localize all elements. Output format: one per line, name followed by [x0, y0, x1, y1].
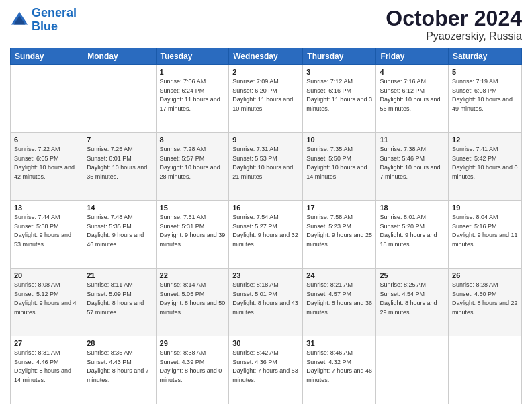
calendar-week-2: 13Sunrise: 7:44 AMSunset: 5:38 PMDayligh… [11, 201, 522, 269]
calendar-week-0: 1Sunrise: 7:06 AMSunset: 6:24 PMDaylight… [11, 65, 522, 133]
header: General Blue October 2024 Pyaozerskiy, R… [10, 7, 522, 42]
logo-blue: Blue [32, 19, 58, 33]
calendar-cell: 27Sunrise: 8:31 AMSunset: 4:46 PMDayligh… [11, 336, 83, 404]
day-info: Sunrise: 7:48 AMSunset: 5:35 PMDaylight:… [87, 213, 152, 249]
day-number: 24 [306, 271, 372, 279]
weekday-header-thursday: Thursday [303, 48, 376, 65]
day-number: 5 [452, 68, 518, 76]
day-info: Sunrise: 7:38 AMSunset: 5:46 PMDaylight:… [380, 145, 445, 181]
day-number: 12 [452, 136, 518, 144]
day-info: Sunrise: 8:11 AMSunset: 5:09 PMDaylight:… [87, 281, 152, 317]
day-info: Sunrise: 8:18 AMSunset: 5:01 PMDaylight:… [232, 281, 299, 317]
calendar-cell: 4Sunrise: 7:16 AMSunset: 6:12 PMDaylight… [376, 65, 449, 133]
calendar-cell: 15Sunrise: 7:51 AMSunset: 5:31 PMDayligh… [156, 201, 229, 269]
title-block: October 2024 Pyaozerskiy, Russia [386, 7, 522, 42]
calendar-cell: 3Sunrise: 7:12 AMSunset: 6:16 PMDaylight… [303, 65, 376, 133]
calendar-cell: 13Sunrise: 7:44 AMSunset: 5:38 PMDayligh… [11, 201, 83, 269]
day-number: 15 [160, 203, 226, 212]
calendar-cell: 30Sunrise: 8:42 AMSunset: 4:36 PMDayligh… [229, 336, 303, 404]
day-info: Sunrise: 7:51 AMSunset: 5:31 PMDaylight:… [160, 213, 226, 249]
calendar-cell: 12Sunrise: 7:41 AMSunset: 5:42 PMDayligh… [449, 133, 522, 201]
weekday-header-monday: Monday [83, 48, 156, 65]
day-number: 6 [14, 136, 79, 144]
calendar-cell: 5Sunrise: 7:19 AMSunset: 6:08 PMDaylight… [449, 65, 522, 133]
calendar-cell: 23Sunrise: 8:18 AMSunset: 5:01 PMDayligh… [229, 269, 303, 336]
calendar-table: SundayMondayTuesdayWednesdayThursdayFrid… [10, 48, 522, 404]
day-info: Sunrise: 7:31 AMSunset: 5:53 PMDaylight:… [232, 145, 299, 181]
day-info: Sunrise: 8:31 AMSunset: 4:46 PMDaylight:… [14, 349, 79, 385]
day-info: Sunrise: 8:35 AMSunset: 4:43 PMDaylight:… [87, 349, 152, 385]
day-info: Sunrise: 7:58 AMSunset: 5:23 PMDaylight:… [306, 213, 372, 249]
day-info: Sunrise: 8:01 AMSunset: 5:20 PMDaylight:… [380, 213, 445, 249]
calendar-cell: 16Sunrise: 7:54 AMSunset: 5:27 PMDayligh… [229, 201, 303, 269]
calendar-cell: 21Sunrise: 8:11 AMSunset: 5:09 PMDayligh… [83, 269, 156, 336]
day-info: Sunrise: 8:38 AMSunset: 4:39 PMDaylight:… [160, 349, 226, 385]
weekday-header-friday: Friday [376, 48, 449, 65]
day-info: Sunrise: 7:41 AMSunset: 5:42 PMDaylight:… [452, 145, 518, 181]
day-number: 17 [306, 203, 372, 212]
weekday-header-sunday: Sunday [11, 48, 83, 65]
day-info: Sunrise: 8:04 AMSunset: 5:16 PMDaylight:… [452, 213, 518, 249]
day-info: Sunrise: 7:09 AMSunset: 6:20 PMDaylight:… [232, 77, 299, 113]
logo-text: General Blue [32, 7, 77, 34]
day-number: 10 [306, 136, 372, 144]
calendar-week-4: 27Sunrise: 8:31 AMSunset: 4:46 PMDayligh… [11, 336, 522, 404]
calendar-cell: 6Sunrise: 7:22 AMSunset: 6:05 PMDaylight… [11, 133, 83, 201]
calendar-cell [11, 65, 83, 133]
day-number: 21 [87, 271, 152, 279]
day-info: Sunrise: 7:16 AMSunset: 6:12 PMDaylight:… [380, 77, 445, 113]
calendar-cell: 29Sunrise: 8:38 AMSunset: 4:39 PMDayligh… [156, 336, 229, 404]
day-info: Sunrise: 7:28 AMSunset: 5:57 PMDaylight:… [160, 145, 226, 181]
day-number: 27 [14, 339, 79, 347]
calendar-cell: 31Sunrise: 8:46 AMSunset: 4:32 PMDayligh… [303, 336, 376, 404]
calendar-week-3: 20Sunrise: 8:08 AMSunset: 5:12 PMDayligh… [11, 269, 522, 336]
weekday-header-tuesday: Tuesday [156, 48, 229, 65]
calendar-cell: 2Sunrise: 7:09 AMSunset: 6:20 PMDaylight… [229, 65, 303, 133]
calendar-cell: 25Sunrise: 8:25 AMSunset: 4:54 PMDayligh… [376, 269, 449, 336]
day-info: Sunrise: 7:19 AMSunset: 6:08 PMDaylight:… [452, 77, 518, 113]
day-info: Sunrise: 7:35 AMSunset: 5:50 PMDaylight:… [306, 145, 372, 181]
day-number: 3 [306, 68, 372, 76]
day-info: Sunrise: 7:44 AMSunset: 5:38 PMDaylight:… [14, 213, 79, 249]
day-number: 2 [232, 68, 299, 76]
calendar-week-1: 6Sunrise: 7:22 AMSunset: 6:05 PMDaylight… [11, 133, 522, 201]
day-number: 14 [87, 203, 152, 212]
day-number: 22 [160, 271, 226, 279]
day-number: 25 [380, 271, 445, 279]
calendar-cell: 18Sunrise: 8:01 AMSunset: 5:20 PMDayligh… [376, 201, 449, 269]
calendar-cell: 10Sunrise: 7:35 AMSunset: 5:50 PMDayligh… [303, 133, 376, 201]
day-info: Sunrise: 8:08 AMSunset: 5:12 PMDaylight:… [14, 281, 79, 317]
day-number: 31 [306, 339, 372, 347]
calendar-cell: 9Sunrise: 7:31 AMSunset: 5:53 PMDaylight… [229, 133, 303, 201]
day-info: Sunrise: 7:22 AMSunset: 6:05 PMDaylight:… [14, 145, 79, 181]
day-number: 20 [14, 271, 79, 279]
day-number: 16 [232, 203, 299, 212]
main-title: October 2024 [386, 7, 522, 30]
calendar-cell: 20Sunrise: 8:08 AMSunset: 5:12 PMDayligh… [11, 269, 83, 336]
calendar-cell: 22Sunrise: 8:14 AMSunset: 5:05 PMDayligh… [156, 269, 229, 336]
day-number: 19 [452, 203, 518, 212]
day-number: 8 [160, 136, 226, 144]
day-info: Sunrise: 7:12 AMSunset: 6:16 PMDaylight:… [306, 77, 372, 113]
calendar-cell: 17Sunrise: 7:58 AMSunset: 5:23 PMDayligh… [303, 201, 376, 269]
calendar-cell: 19Sunrise: 8:04 AMSunset: 5:16 PMDayligh… [449, 201, 522, 269]
day-info: Sunrise: 8:21 AMSunset: 4:57 PMDaylight:… [306, 281, 372, 317]
calendar-cell: 11Sunrise: 7:38 AMSunset: 5:46 PMDayligh… [376, 133, 449, 201]
day-info: Sunrise: 7:06 AMSunset: 6:24 PMDaylight:… [160, 77, 226, 113]
day-info: Sunrise: 7:25 AMSunset: 6:01 PMDaylight:… [87, 145, 152, 181]
day-info: Sunrise: 7:54 AMSunset: 5:27 PMDaylight:… [232, 213, 299, 249]
calendar-cell: 8Sunrise: 7:28 AMSunset: 5:57 PMDaylight… [156, 133, 229, 201]
page: General Blue October 2024 Pyaozerskiy, R… [0, 0, 532, 411]
day-number: 30 [232, 339, 299, 347]
day-info: Sunrise: 8:46 AMSunset: 4:32 PMDaylight:… [306, 349, 372, 385]
calendar-cell: 28Sunrise: 8:35 AMSunset: 4:43 PMDayligh… [83, 336, 156, 404]
logo: General Blue [10, 7, 77, 34]
day-number: 28 [87, 339, 152, 347]
day-number: 13 [14, 203, 79, 212]
day-number: 29 [160, 339, 226, 347]
calendar-cell: 26Sunrise: 8:28 AMSunset: 4:50 PMDayligh… [449, 269, 522, 336]
logo-icon [10, 11, 29, 30]
weekday-header-wednesday: Wednesday [229, 48, 303, 65]
day-number: 11 [380, 136, 445, 144]
calendar-cell: 14Sunrise: 7:48 AMSunset: 5:35 PMDayligh… [83, 201, 156, 269]
